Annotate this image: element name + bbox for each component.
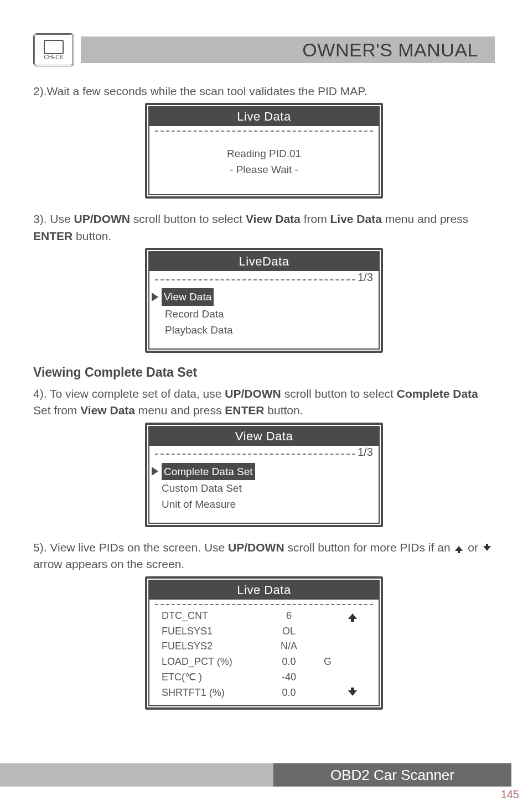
scroll-indicator [344,685,361,701]
pid-value: N/A [267,639,311,654]
pid-name: LOAD_PCT (%) [162,654,267,670]
step-2-text: 2).Wait a few seconds while the scan too… [33,83,495,100]
page-footer: OBD2 Car Scanner [0,763,528,787]
lcd-screen-livedata-menu: LiveData 1/3 View Data Record Data Playb… [145,248,383,352]
step-4-text: 4). To view complete set of data, use UP… [33,386,495,419]
cursor-icon [152,467,158,476]
section-heading: Viewing Complete Data Set [33,365,495,380]
lcd2-page: 1/3 [355,271,373,284]
live-data-row: FUELSYS1OL [162,624,366,639]
check-engine-label: CHECK [44,40,64,60]
scroll-down-icon [348,690,357,696]
scroll-indicator [344,608,361,624]
pid-unit: G [311,654,344,670]
lcd2-item-0: View Data [162,288,214,305]
live-data-row: SHRTFT1 (%)0.0 [162,685,366,701]
live-data-row: FUELSYS2N/A [162,639,366,654]
step-3-text: 3). Use UP/DOWN scroll button to select … [33,211,495,244]
live-data-row: ETC(℃ )-40 [162,670,366,685]
pid-value: 0.0 [267,685,311,701]
pid-name: FUELSYS2 [162,639,267,654]
lcd2-item-2: Playback Data [165,322,233,338]
arrow-down-icon [483,546,491,551]
scroll-up-icon [348,613,357,619]
lcd3-item-0: Complete Data Set [162,463,255,480]
lcd2-item-1: Record Data [165,306,224,322]
pid-value: 0.0 [267,654,311,670]
pid-value: 6 [267,608,311,624]
pid-name: DTC_CNT [162,608,267,624]
live-data-row: DTC_CNT6 [162,608,366,624]
lcd-screen-view-data-menu: View Data 1/3 Complete Data Set Custom D… [145,423,383,527]
lcd3-item-2: Unit of Measure [162,496,236,512]
lcd1-title: Live Data [149,107,379,126]
check-engine-icon: CHECK [33,33,74,66]
lcd3-item-1: Custom Data Set [162,480,242,496]
live-data-row: LOAD_PCT (%)0.0G [162,654,366,670]
lcd2-title: LiveData [149,252,379,271]
lcd3-title: View Data [149,427,379,446]
lcd1-line2: - Please Wait - [149,162,379,178]
lcd4-title: Live Data [149,581,379,600]
pid-value: -40 [267,670,311,685]
page-number: 145 [501,788,519,801]
page-header: CHECK OWNER'S MANUAL [33,33,495,66]
lcd1-line1: Reading PID.01 [149,146,379,162]
arrow-up-icon [455,546,463,551]
pid-name: ETC(℃ ) [162,670,267,685]
cursor-icon [152,293,158,301]
pid-name: FUELSYS1 [162,624,267,639]
lcd-screen-live-data-table: Live Data DTC_CNT6FUELSYS1OLFUELSYS2N/AL… [145,576,383,710]
step-5-text: 5). View live PIDs on the screen. Use UP… [33,539,495,573]
lcd3-page: 1/3 [355,446,373,459]
product-name: OBD2 Car Scanner [273,763,511,787]
pid-value: OL [267,624,311,639]
manual-title: OWNER'S MANUAL [81,37,495,63]
lcd-screen-live-data-loading: Live Data Reading PID.01 - Please Wait - [145,103,383,199]
pid-name: SHRTFT1 (%) [162,685,267,701]
